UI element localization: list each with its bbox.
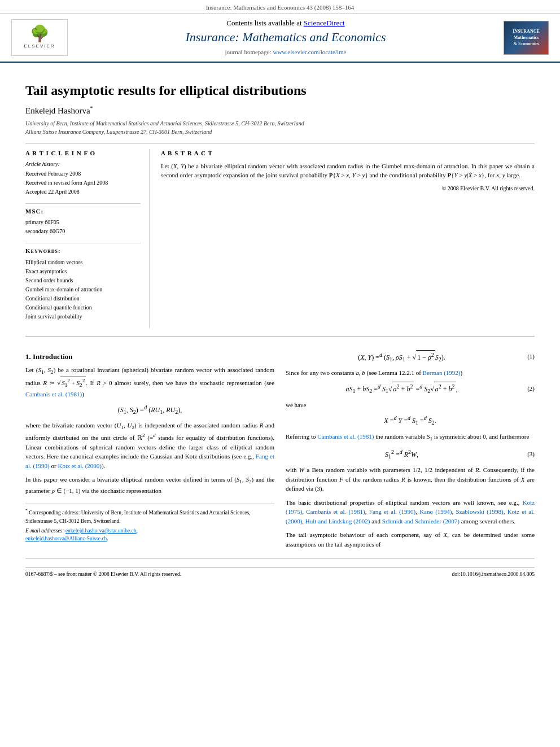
abstract-label: A B S T R A C T xyxy=(161,149,535,158)
footer-bar: 0167-6687/$ – see front matter © 2008 El… xyxy=(25,567,535,578)
main-content: Tail asymptotic results for elliptical d… xyxy=(0,63,560,590)
ref-cambanis-1981-2[interactable]: Cambanis et al. (1981) xyxy=(317,433,374,440)
accepted-date: Accepted 22 April 2008 xyxy=(25,187,141,196)
right-para-5: The tail asymptotic behaviour of each co… xyxy=(286,530,535,549)
email-2-link[interactable]: enkelejd.hashorva@Allianz-Suisse.ch xyxy=(25,536,107,541)
science-direct-text: Contents lists available at xyxy=(226,19,303,27)
keyword-4: Gumbel max-domain of attraction xyxy=(25,285,141,294)
keyword-1: Elliptical random vectors xyxy=(25,258,141,267)
eq3-display: S12 =d R2W, (3) xyxy=(286,448,535,461)
keyword-7: Joint survival probability xyxy=(25,312,141,321)
received-revised-date: Received in revised form April 2008 xyxy=(25,178,141,187)
top-bar: Insurance: Mathematics and Economics 43 … xyxy=(0,0,560,14)
we-have-text: we have xyxy=(286,400,535,410)
email-1-link[interactable]: enkelejd.hashorva@stat.unibe.ch xyxy=(65,528,137,534)
keyword-6: Conditional quantile function xyxy=(25,303,141,312)
ref-cambanis-1981-1[interactable]: Cambanis et al. (1981) xyxy=(25,391,82,397)
journal-citation: Insurance: Mathematics and Economics 43 … xyxy=(206,4,355,11)
intro-para-3: In this paper we consider a bivariate el… xyxy=(25,475,274,495)
journal-header: 🌳 ELSEVIER Contents lists available at S… xyxy=(0,14,560,62)
footnotes: * Corresponding address: University of B… xyxy=(25,504,274,543)
right-para-1: Since for any two constants a, b (see Le… xyxy=(286,368,535,378)
keywords-label: Keywords: xyxy=(25,247,141,255)
ref-szablowski-1998[interactable]: Szablowski (1998) xyxy=(456,508,503,515)
eq1-content: (X, Y) =d (S1, ρS1 + √1 − ρ2S2). xyxy=(286,350,518,364)
ref-fang-1990-2[interactable]: Fang et al. (1990) xyxy=(369,508,416,515)
right-para-4: The basic distributional properties of e… xyxy=(286,498,535,526)
footnote-email-2: enkelejd.hashorva@Allianz-Suisse.ch. xyxy=(25,535,274,543)
col-left: 1. Introduction Let (S1, S2) be a rotati… xyxy=(25,346,274,554)
journal-title: Insurance: Mathematics and Economics xyxy=(68,29,504,46)
affiliation-1: University of Bern, Institute of Mathema… xyxy=(25,119,535,128)
elsevier-logo: 🌳 ELSEVIER xyxy=(11,19,68,56)
author-star: * xyxy=(90,105,93,111)
divider-1 xyxy=(25,143,535,143)
abstract-text: Let (X, Y) be a bivariate elliptical ran… xyxy=(161,161,535,180)
author-name: Enkelejd Hashorva* xyxy=(25,104,535,117)
ref-kano-1994[interactable]: Kano (1994) xyxy=(419,508,452,515)
footnote-email: E-mail addresses: enkelejd.hashorva@stat… xyxy=(25,527,274,535)
ref-schmidt-2007[interactable]: Schmidt and Schmieder (2007) xyxy=(382,518,460,525)
footer-issn: 0167-6687/$ – see front matter © 2008 El… xyxy=(25,571,181,578)
ref-cambanis-1981-3[interactable]: Cambanis et al. (1981) xyxy=(306,508,365,515)
science-direct-line: Contents lists available at ScienceDirec… xyxy=(68,18,504,28)
article-info: A R T I C L E I N F O Article history: R… xyxy=(25,149,150,327)
eq2-display: aS1 + bS2 =d S1√a2 + b2 =d S2√a2 + b2, (… xyxy=(286,382,535,395)
received-date: Received February 2008 xyxy=(25,169,141,178)
keyword-3: Second order bounds xyxy=(25,276,141,285)
section-1-heading: 1. Introduction xyxy=(25,351,274,362)
msc-label: MSC: xyxy=(25,207,141,216)
science-direct-link[interactable]: ScienceDirect xyxy=(304,19,345,27)
intro-para-2: where the bivariate random vector (U1, U… xyxy=(25,421,274,470)
right-para-3: with W a Beta random variable with param… xyxy=(286,465,535,493)
ref-berman-1992[interactable]: Berman (1992) xyxy=(423,369,461,376)
article-history-section: A R T I C L E I N F O Article history: R… xyxy=(25,149,141,196)
eq1-number: (1) xyxy=(518,352,535,361)
ref-hult-2002[interactable]: Hult and Lindskog (2002) xyxy=(305,518,370,525)
msc-secondary: secondary 60G70 xyxy=(25,227,141,236)
msc-primary: primary 60F05 xyxy=(25,218,141,227)
abstract-copyright: © 2008 Elsevier B.V. All rights reserved… xyxy=(161,185,535,193)
eq-xy: X =d Y =d S1 =d S2. xyxy=(286,414,535,427)
homepage-label: journal homepage: xyxy=(225,49,272,55)
right-para-2: Referring to Cambanis et al. (1981) the … xyxy=(286,432,535,443)
eq3-number: (3) xyxy=(518,449,535,459)
footer-doi: doi:10.1016/j.insmatheco.2008.04.005 xyxy=(452,571,535,578)
affiliations: University of Bern, Institute of Mathema… xyxy=(25,119,535,136)
footnote-star: * Corresponding address: University of B… xyxy=(25,508,274,525)
article-title: Tail asymptotic results for elliptical d… xyxy=(25,81,535,101)
eq2-content: aS1 + bS2 =d S1√a2 + b2 =d S2√a2 + b2, xyxy=(286,382,518,395)
elsevier-tree-icon: 🌳 xyxy=(30,26,50,42)
msc-section: MSC: primary 60F05 secondary 60G70 xyxy=(25,207,141,236)
keyword-2: Exact asymptotics xyxy=(25,267,141,276)
divider-2 xyxy=(25,337,535,337)
footer-divider xyxy=(25,558,535,558)
eq2-number: (2) xyxy=(518,384,535,394)
insurance-logo-text: INSURANCEMathematics& Economics xyxy=(513,28,540,47)
divider-info-2 xyxy=(25,243,141,243)
keywords-section: Keywords: Elliptical random vectors Exac… xyxy=(25,247,141,321)
article-info-label: A R T I C L E I N F O xyxy=(25,149,141,158)
history-label: Article history: xyxy=(25,160,141,168)
author-name-text: Enkelejd Hashorva xyxy=(25,106,90,115)
ref-kotz-2000[interactable]: Kotz et al. (2000) xyxy=(58,462,102,469)
body-columns: 1. Introduction Let (S1, S2) be a rotati… xyxy=(25,346,535,554)
affiliation-2: Allianz Suisse Insurance Company, Laupen… xyxy=(25,128,535,136)
keyword-5: Conditional distribution xyxy=(25,294,141,303)
homepage-line: journal homepage: www.elsevier.com/locat… xyxy=(68,48,504,56)
journal-center: Contents lists available at ScienceDirec… xyxy=(68,18,504,56)
eq-stoch-rep: (S1, S2) =d (RU1, RU2), xyxy=(25,403,274,416)
abstract-section: A B S T R A C T Let (X, Y) be a bivariat… xyxy=(161,149,535,327)
col-right: (X, Y) =d (S1, ρS1 + √1 − ρ2S2). (1) Sin… xyxy=(286,346,535,554)
intro-para-1: Let (S1, S2) be a rotational invariant (… xyxy=(25,365,274,399)
eq3-content: S12 =d R2W, xyxy=(286,448,518,461)
insurance-logo-box: INSURANCEMathematics& Economics xyxy=(504,21,549,55)
eq1-display: (X, Y) =d (S1, ρS1 + √1 − ρ2S2). (1) xyxy=(286,350,535,364)
elsevier-label: ELSEVIER xyxy=(24,43,55,49)
homepage-link[interactable]: www.elsevier.com/locate/ime xyxy=(273,49,346,55)
divider-info-1 xyxy=(25,203,141,204)
article-meta: A R T I C L E I N F O Article history: R… xyxy=(25,149,535,327)
